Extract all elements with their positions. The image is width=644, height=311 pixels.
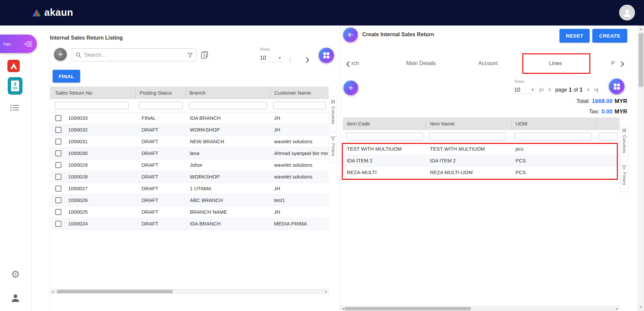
row-checkbox[interactable] bbox=[55, 221, 61, 227]
back-button[interactable] bbox=[343, 28, 358, 42]
tab-partial-right[interactable]: P bbox=[611, 60, 615, 66]
cell-sales-return-no: 1000029 bbox=[68, 159, 88, 171]
table-row[interactable]: 1000028 DRAFT WORKSHOP wavelet solutions bbox=[50, 171, 329, 183]
filter-input-uom[interactable] bbox=[515, 133, 591, 140]
scroll-up-arrow[interactable]: ▲ bbox=[640, 28, 642, 31]
tab-main-details[interactable]: Main Details bbox=[396, 60, 446, 66]
filters-side-tab[interactable]: Filters bbox=[620, 162, 628, 192]
final-filter-button[interactable]: FINAL bbox=[53, 70, 80, 83]
column-header-uom[interactable]: UOM bbox=[512, 117, 597, 129]
sidebar-logo-toggle[interactable]: logo bbox=[0, 35, 37, 53]
sidebar-item-red-app[interactable] bbox=[7, 60, 20, 72]
rows-per-page-select[interactable]: 10 ▾ bbox=[259, 54, 282, 62]
scroll-right-arrow[interactable]: ► bbox=[615, 307, 618, 311]
filter-input-sales-return-no[interactable] bbox=[55, 102, 128, 109]
table-row[interactable]: REZA-MULTI REZA MULTI-UOM PCS bbox=[343, 167, 620, 178]
add-sales-return-button[interactable] bbox=[54, 48, 67, 61]
duplicate-pages-button[interactable]: 2 bbox=[200, 50, 209, 59]
column-header-branch[interactable]: Branch bbox=[185, 87, 270, 99]
filter-input-posting-status[interactable] bbox=[139, 102, 183, 109]
tab-search-partial[interactable]: rch bbox=[352, 60, 359, 66]
table-row[interactable]: TEST WITH MULTIUOM TEST WITH MULTIUOM pc… bbox=[343, 143, 620, 155]
scrollbar-thumb[interactable] bbox=[57, 290, 173, 293]
cell-item-code: TEST WITH MULTIUOM bbox=[347, 143, 402, 155]
filter-input-item-name[interactable] bbox=[429, 133, 506, 140]
row-checkbox[interactable] bbox=[55, 115, 61, 121]
tabs-scroll-right-button[interactable] bbox=[618, 60, 626, 68]
rows-per-page-label: Rows bbox=[515, 79, 525, 84]
table-row[interactable]: 1000029 DRAFT Johor wavelet solutions bbox=[50, 159, 329, 171]
sidebar-profile-button[interactable] bbox=[10, 293, 21, 303]
prev-page-button[interactable] bbox=[286, 56, 294, 64]
brand-logo[interactable]: akaun bbox=[32, 7, 73, 18]
filters-side-tab[interactable]: Filters bbox=[329, 134, 337, 163]
scrollbar-thumb[interactable] bbox=[639, 33, 643, 87]
columns-side-tab[interactable]: Columns bbox=[329, 97, 337, 132]
row-checkbox[interactable] bbox=[55, 209, 61, 215]
table-row[interactable]: 1000024 DRAFT IDA BRANCH MEDIA PRIMA bbox=[50, 218, 329, 230]
scroll-down-arrow[interactable]: ▼ bbox=[640, 306, 642, 309]
vertical-scrollbar[interactable]: ▲ ▼ bbox=[638, 25, 644, 311]
row-checkbox[interactable] bbox=[55, 162, 61, 168]
row-checkbox[interactable] bbox=[55, 186, 61, 192]
row-checkbox[interactable] bbox=[55, 127, 61, 133]
add-line-item-button[interactable] bbox=[343, 81, 358, 95]
grid-view-button[interactable] bbox=[609, 79, 625, 94]
last-page-button[interactable]: >| bbox=[594, 87, 598, 93]
cell-item-name: IDA ITEM 2 bbox=[430, 155, 456, 166]
reset-button[interactable]: RESET bbox=[559, 29, 590, 43]
sidebar-settings-button[interactable]: ⚙ bbox=[10, 269, 21, 280]
tab-lines[interactable]: Lines bbox=[535, 60, 576, 66]
search-input[interactable] bbox=[84, 52, 185, 58]
user-avatar[interactable] bbox=[619, 5, 635, 20]
rows-per-page-select[interactable]: 10 ▾ bbox=[513, 86, 535, 94]
column-header-customer-name[interactable]: Customer Name bbox=[270, 87, 329, 99]
filter-input-branch[interactable] bbox=[189, 102, 267, 109]
column-header-posting-status[interactable]: Posting Status bbox=[136, 87, 185, 99]
search-filter-icon[interactable] bbox=[187, 52, 193, 58]
cell-sales-return-no: 1000030 bbox=[68, 148, 88, 159]
table-row[interactable]: 1000026 DRAFT ABC BRANCH test1 bbox=[50, 195, 329, 206]
tab-account[interactable]: Account bbox=[468, 60, 508, 66]
scrollbar-thumb[interactable] bbox=[345, 307, 471, 310]
rows-per-page-value: 10 bbox=[514, 87, 520, 93]
row-checkbox[interactable] bbox=[55, 150, 61, 156]
row-checkbox[interactable] bbox=[55, 174, 61, 180]
column-header-sales-return-no[interactable]: Sales Return No bbox=[50, 87, 136, 99]
cell-branch: NEW BRANCH bbox=[190, 136, 224, 147]
filter-input-customer-name[interactable] bbox=[273, 102, 326, 109]
column-header-item-name[interactable]: Item Name bbox=[426, 117, 512, 129]
grid-view-button[interactable] bbox=[319, 48, 334, 63]
sidebar-item-billing-app[interactable]: $ bbox=[8, 77, 22, 95]
prev-page-button[interactable]: < bbox=[548, 87, 551, 93]
horizontal-scrollbar-left[interactable]: ◄ ► bbox=[50, 289, 329, 294]
next-page-button[interactable] bbox=[303, 56, 311, 64]
filter-input-partial[interactable] bbox=[598, 133, 618, 140]
sidebar-item-listing[interactable] bbox=[10, 104, 19, 111]
table-row[interactable]: 1000033 FINAL IDA BRANCH JH bbox=[50, 112, 329, 124]
column-header-partial[interactable] bbox=[597, 117, 620, 129]
row-checkbox[interactable] bbox=[55, 197, 61, 203]
columns-icon bbox=[622, 128, 627, 133]
horizontal-scrollbar-right[interactable]: ◄ ► bbox=[340, 306, 620, 311]
table-row[interactable]: 1000025 DRAFT BRANCH NAME JH bbox=[50, 206, 329, 218]
row-checkbox[interactable] bbox=[55, 139, 61, 145]
table-row[interactable]: 1000027 DRAFT 1 UTAMA JH bbox=[50, 183, 329, 195]
cell-customer-name: wavelet solutions bbox=[274, 171, 328, 183]
table-row[interactable]: IDA ITEM 2 IDA ITEM 2 PCS bbox=[343, 155, 620, 167]
table-row[interactable]: 1000032 DRAFT WORKSHOP JH bbox=[50, 124, 329, 136]
scroll-right-arrow[interactable]: ► bbox=[325, 290, 327, 294]
filters-tab-label: Filters bbox=[331, 143, 335, 157]
cell-posting-status: DRAFT bbox=[142, 171, 158, 183]
column-header-item-code[interactable]: Item Code bbox=[343, 117, 426, 129]
scroll-left-arrow[interactable]: ◄ bbox=[342, 307, 344, 311]
tabs-scroll-left-button[interactable] bbox=[344, 60, 352, 68]
scroll-left-arrow[interactable]: ◄ bbox=[51, 290, 54, 294]
table-row[interactable]: 1000031 DRAFT NEW BRANCH wavelet solutio… bbox=[50, 136, 329, 148]
create-button[interactable]: CREATE bbox=[592, 29, 627, 43]
columns-side-tab[interactable]: Columns bbox=[620, 125, 628, 160]
first-page-button[interactable]: |< bbox=[539, 87, 544, 93]
filter-input-item-code[interactable] bbox=[346, 133, 423, 140]
table-row[interactable]: 1000030 DRAFT lana Ahmad syarqawi bin mo… bbox=[50, 148, 329, 159]
next-page-button[interactable]: > bbox=[587, 87, 590, 93]
